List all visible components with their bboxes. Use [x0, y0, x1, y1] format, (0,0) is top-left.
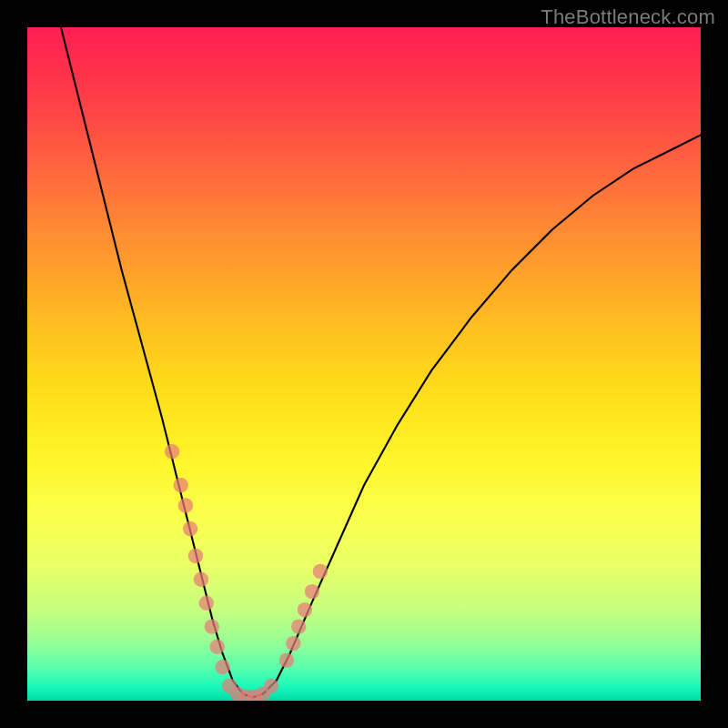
scatter-point: [264, 679, 278, 693]
scatter-point: [256, 686, 270, 701]
scatter-point: [188, 549, 203, 563]
chart-svg: [27, 27, 701, 701]
scatter-point: [298, 602, 312, 617]
bottleneck-curve: [61, 27, 701, 697]
scatter-right: [279, 564, 328, 668]
scatter-point: [165, 444, 179, 459]
scatter-point: [178, 498, 193, 512]
scatter-point: [238, 689, 253, 701]
chart-plot-area: [27, 27, 701, 701]
scatter-point: [230, 686, 245, 701]
watermark-text: TheBottleneck.com: [541, 5, 715, 29]
scatter-point: [210, 640, 225, 654]
scatter-left: [165, 444, 230, 674]
scatter-point: [291, 619, 306, 633]
scatter-point: [174, 478, 188, 492]
scatter-point: [313, 564, 328, 579]
scatter-point: [279, 652, 294, 667]
scatter-point: [215, 660, 229, 674]
scatter-point: [222, 679, 237, 693]
scatter-point: [286, 636, 300, 651]
scatter-bottom: [222, 679, 278, 702]
scatter-point: [205, 619, 219, 633]
scatter-point: [199, 596, 214, 611]
scatter-point: [248, 689, 262, 701]
scatter-point: [305, 584, 319, 599]
scatter-point: [194, 572, 208, 587]
scatter-point: [183, 521, 197, 536]
